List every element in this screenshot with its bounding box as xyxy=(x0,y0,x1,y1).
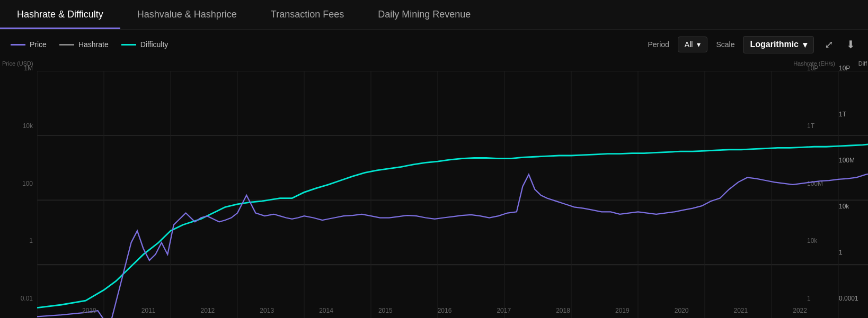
x-tick-2016: 2016 xyxy=(438,307,452,314)
x-tick-2014: 2014 xyxy=(319,307,333,314)
x-tick-2018: 2018 xyxy=(556,307,570,314)
tab-transaction-fees[interactable]: Transaction Fees xyxy=(254,0,361,29)
y-left-tick-1: 10k xyxy=(2,122,33,130)
hashrate-legend-label: Hashrate xyxy=(78,40,109,49)
difficulty-legend-label: Difficulty xyxy=(140,40,169,49)
period-label: Period xyxy=(648,40,669,49)
price-legend-label: Price xyxy=(30,40,47,49)
legend: Price Hashrate Difficulty xyxy=(11,40,168,49)
x-tick-2022: 2022 xyxy=(793,307,807,314)
x-tick-2020: 2020 xyxy=(675,307,689,314)
price-line xyxy=(37,167,868,318)
y-left-tick-3: 1 xyxy=(2,237,33,244)
chart-svg xyxy=(37,71,868,318)
legend-difficulty: Difficulty xyxy=(121,40,169,49)
x-tick-2015: 2015 xyxy=(378,307,393,314)
scale-value: Logarithmic xyxy=(750,40,799,49)
price-legend-line xyxy=(11,44,25,46)
download-button[interactable]: ⬇ xyxy=(844,36,857,53)
x-tick-2012: 2012 xyxy=(201,307,215,314)
difficulty-legend-line xyxy=(121,44,136,46)
hashrate-legend-line xyxy=(59,44,74,46)
controls-bar: Price Hashrate Difficulty Period All ▾ S… xyxy=(0,30,868,59)
y-axis-left: 1M 10k 100 1 0.01 xyxy=(0,59,37,318)
difficulty-line xyxy=(37,142,868,307)
tab-bar: Hashrate & Difficulty Hashvalue & Hashpr… xyxy=(0,0,868,30)
y-left-tick-0: 1M xyxy=(2,65,33,72)
chart-area: Price (USD) Hashrate (EH/s) Diff 1M 10k … xyxy=(0,59,868,318)
fullscreen-button[interactable]: ⤢ xyxy=(822,36,836,53)
x-tick-2019: 2019 xyxy=(615,307,630,314)
scale-label: Scale xyxy=(716,40,734,49)
period-value: All xyxy=(685,40,693,49)
x-tick-2011: 2011 xyxy=(141,307,156,314)
y-left-tick-4: 0.01 xyxy=(2,295,33,302)
x-tick-2021: 2021 xyxy=(733,307,748,314)
tab-hashrate-difficulty[interactable]: Hashrate & Difficulty xyxy=(0,0,120,29)
legend-hashrate: Hashrate xyxy=(59,40,109,49)
chevron-down-icon: ▾ xyxy=(803,40,807,50)
x-axis: 2010 2011 2012 2013 2014 2015 2016 2017 … xyxy=(37,303,807,318)
controls-right: Period All ▾ Scale Logarithmic ▾ ⤢ ⬇ xyxy=(648,36,857,53)
x-tick-2010: 2010 xyxy=(82,307,96,314)
tab-daily-mining-revenue[interactable]: Daily Mining Revenue xyxy=(361,0,488,29)
chevron-down-icon: ▾ xyxy=(697,40,701,49)
scale-dropdown[interactable]: Logarithmic ▾ xyxy=(743,36,814,53)
legend-price: Price xyxy=(11,40,47,49)
y-left-tick-2: 100 xyxy=(2,180,33,187)
x-tick-2013: 2013 xyxy=(260,307,274,314)
x-tick-2017: 2017 xyxy=(497,307,511,314)
period-dropdown[interactable]: All ▾ xyxy=(678,37,708,52)
tab-hashvalue-hashprice[interactable]: Hashvalue & Hashprice xyxy=(120,0,254,29)
